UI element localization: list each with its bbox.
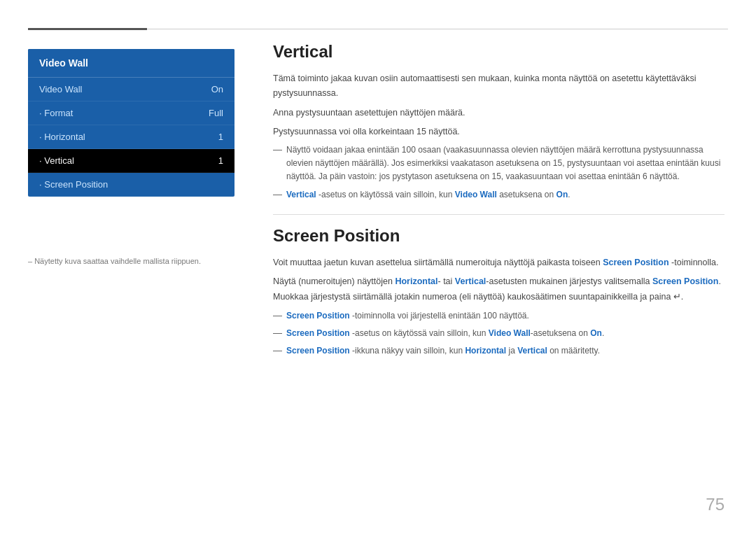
sidebar-footnote: – Näytetty kuva saattaa vaihdelle mallis… bbox=[28, 255, 234, 267]
page-number: 75 bbox=[706, 495, 724, 514]
sidebar-item-value: Full bbox=[209, 108, 223, 118]
main-content: Vertical Tämä toiminto jakaa kuvan osiin… bbox=[273, 42, 724, 499]
sidebar-item-value: 1 bbox=[218, 155, 223, 166]
sidebar-title: Video Wall bbox=[28, 49, 234, 78]
vertical-section: Vertical Tämä toiminto jakaa kuvan osiin… bbox=[273, 42, 724, 202]
sidebar-item-vertical[interactable]: · Vertical 1 bbox=[28, 149, 234, 173]
sidebar-item-screen-position[interactable]: · Screen Position bbox=[28, 173, 234, 197]
screen-pos-para-2: Näytä (numeroitujen) näyttöjen Horizonta… bbox=[273, 274, 724, 305]
screen-position-title: Screen Position bbox=[273, 226, 724, 246]
highlight-videowall: Video Wall bbox=[455, 190, 497, 199]
vertical-note-2: — Vertical -asetus on käytössä vain sill… bbox=[273, 188, 724, 202]
note-text-sp-3: Screen Position -ikkuna näkyy vain sillo… bbox=[286, 344, 600, 358]
sidebar-item-label: · Screen Position bbox=[39, 179, 108, 190]
vertical-note-1: — Näyttö voidaan jakaa enintään 100 osaa… bbox=[273, 143, 724, 184]
sidebar-item-format[interactable]: · Format Full bbox=[28, 101, 234, 125]
enter-icon: ↵ bbox=[673, 289, 681, 304]
vertical-para-2: Anna pystysuuntaan asetettujen näyttöjen… bbox=[273, 106, 724, 120]
sidebar-item-label: Video Wall bbox=[39, 84, 82, 94]
note-dash: — bbox=[273, 144, 282, 155]
screen-position-section: Screen Position Voit muuttaa jaetun kuva… bbox=[273, 226, 724, 358]
note-dash: — bbox=[273, 189, 282, 199]
sidebar-item-label: · Format bbox=[39, 108, 73, 118]
note-text-sp-1: Screen Position -toiminnolla voi järjest… bbox=[286, 309, 529, 323]
highlight-vertical-2: Vertical bbox=[455, 276, 486, 286]
screen-pos-note-2: — Screen Position -asetus on käytössä va… bbox=[273, 327, 724, 340]
highlight-horizontal: Horizontal bbox=[395, 276, 438, 286]
highlight-on: On bbox=[556, 190, 568, 199]
sidebar-item-value: 1 bbox=[218, 132, 223, 142]
top-decoration bbox=[28, 28, 728, 30]
highlight-screen-pos-2: Screen Position bbox=[652, 276, 718, 286]
sidebar-item-label: · Horizontal bbox=[39, 132, 85, 142]
note-text-sp-2: Screen Position -asetus on käytössä vain… bbox=[286, 327, 604, 340]
sidebar: Video Wall Video Wall On · Format Full ·… bbox=[28, 49, 234, 197]
vertical-para-3: Pystysuunnassa voi olla korkeintaan 15 n… bbox=[273, 125, 724, 139]
note-text-2: Vertical -asetus on käytössä vain silloi… bbox=[286, 188, 570, 202]
sidebar-item-video-wall[interactable]: Video Wall On bbox=[28, 78, 234, 101]
sidebar-item-label: · Vertical bbox=[39, 155, 74, 166]
screen-pos-note-3: — Screen Position -ikkuna näkyy vain sil… bbox=[273, 344, 724, 358]
sidebar-item-horizontal[interactable]: · Horizontal 1 bbox=[28, 125, 234, 149]
vertical-title: Vertical bbox=[273, 42, 724, 62]
note-dash-3: — bbox=[273, 345, 282, 356]
highlight-vertical: Vertical bbox=[286, 190, 316, 199]
vertical-para-1: Tämä toiminto jakaa kuvan osiin automaat… bbox=[273, 71, 724, 101]
sidebar-item-value: On bbox=[211, 84, 223, 94]
section-divider bbox=[273, 214, 724, 215]
screen-pos-para-1: Voit muuttaa jaetun kuvan asettelua siir… bbox=[273, 255, 724, 270]
note-dash-1: — bbox=[273, 310, 282, 321]
note-dash-2: — bbox=[273, 328, 282, 338]
highlight-screen-pos-1: Screen Position bbox=[603, 258, 668, 267]
note-text: Näyttö voidaan jakaa enintään 100 osaan … bbox=[286, 143, 724, 184]
screen-pos-note-1: — Screen Position -toiminnolla voi järje… bbox=[273, 309, 724, 323]
